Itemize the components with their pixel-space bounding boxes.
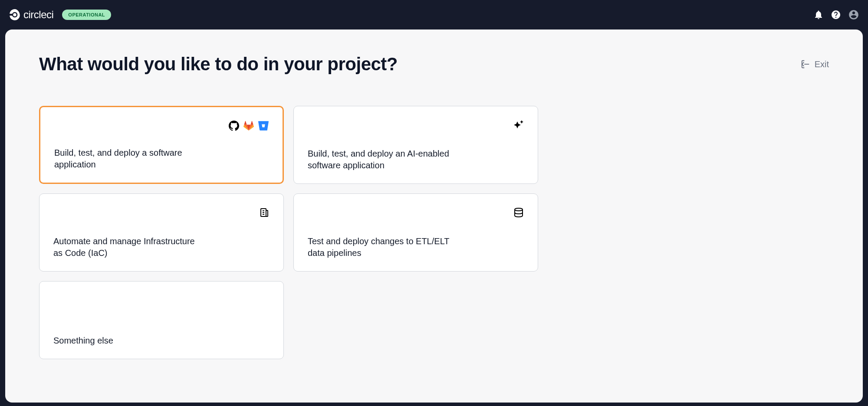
- page-header: What would you like to do in your projec…: [39, 54, 829, 75]
- header-left: circleci OPERATIONAL: [9, 9, 111, 21]
- notifications-icon[interactable]: [813, 10, 824, 20]
- svg-point-6: [515, 208, 523, 211]
- sparkle-icon: [513, 120, 524, 130]
- options-grid: Build, test, and deploy a software appli…: [39, 106, 560, 359]
- github-icon: [229, 121, 239, 131]
- header-right: [813, 9, 859, 20]
- page-title: What would you like to do in your projec…: [39, 54, 398, 75]
- card-icons: [53, 294, 270, 307]
- option-label: Something else: [53, 335, 201, 347]
- option-label: Build, test, and deploy an AI-enabled so…: [308, 148, 455, 171]
- card-icons: [53, 206, 270, 219]
- logo-text: circleci: [23, 9, 53, 21]
- option-label: Test and deploy changes to ETL/ELT data …: [308, 236, 455, 259]
- card-icons: [308, 206, 524, 219]
- document-icon: [259, 207, 270, 218]
- top-header: circleci OPERATIONAL: [0, 0, 868, 29]
- main-container: What would you like to do in your projec…: [5, 29, 863, 403]
- option-ai-enabled[interactable]: Build, test, and deploy an AI-enabled so…: [293, 106, 538, 184]
- circleci-logo[interactable]: circleci: [9, 9, 53, 21]
- card-icons: [54, 119, 269, 132]
- option-iac[interactable]: Automate and manage Infrastructure as Co…: [39, 193, 284, 272]
- option-label: Build, test, and deploy a software appli…: [54, 147, 202, 170]
- option-other[interactable]: Something else: [39, 281, 284, 359]
- status-badge[interactable]: OPERATIONAL: [62, 10, 111, 20]
- exit-icon: [801, 59, 810, 69]
- user-avatar-icon[interactable]: [848, 9, 859, 20]
- circleci-logo-icon: [9, 9, 21, 21]
- gitlab-icon: [243, 121, 254, 131]
- database-icon: [513, 207, 524, 218]
- option-etl[interactable]: Test and deploy changes to ETL/ELT data …: [293, 193, 538, 272]
- help-icon[interactable]: [831, 10, 841, 20]
- card-icons: [308, 118, 524, 131]
- svg-point-0: [13, 13, 16, 16]
- exit-label: Exit: [815, 59, 829, 69]
- option-build-deploy[interactable]: Build, test, and deploy a software appli…: [39, 106, 284, 184]
- exit-button[interactable]: Exit: [801, 59, 829, 69]
- bitbucket-icon: [258, 121, 269, 131]
- option-label: Automate and manage Infrastructure as Co…: [53, 236, 201, 259]
